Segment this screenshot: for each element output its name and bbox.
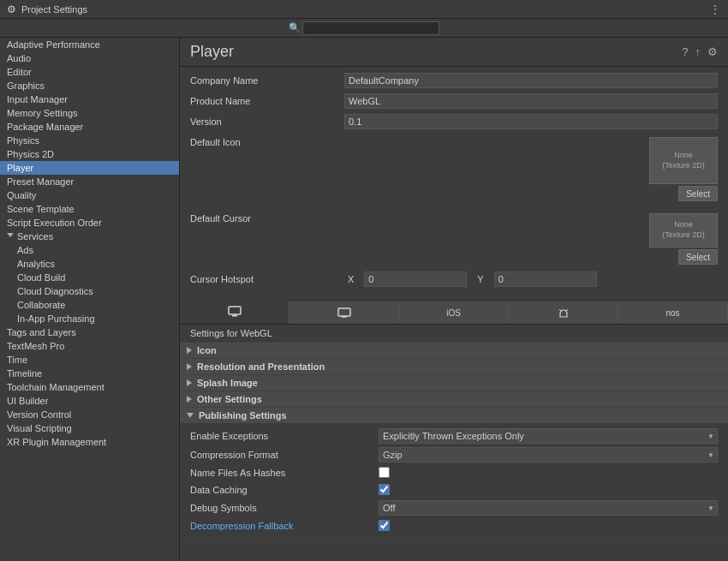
resolution-section-header[interactable]: Resolution and Presentation [180, 359, 728, 374]
default-icon-row: Default Icon None(Texture 2D) Select [190, 134, 718, 205]
sidebar-item-cloud-diagnostics[interactable]: Cloud Diagnostics [0, 284, 179, 298]
default-cursor-texture: None(Texture 2D) [649, 213, 718, 248]
resolution-section: Resolution and Presentation [180, 359, 728, 375]
sidebar-item-label: Toolchain Management [7, 382, 104, 392]
title-bar-menu[interactable]: ⋮ [709, 3, 721, 16]
sidebar-item-label: Cloud Build [17, 272, 65, 283]
tab-ios[interactable]: iOS [399, 301, 509, 324]
sidebar-item-label: Input Manager [7, 94, 68, 104]
sidebar-item-time[interactable]: Time [0, 353, 179, 367]
enable-exceptions-select[interactable]: Explicitly Thrown Exceptions Only None A… [379, 428, 718, 444]
sidebar-item-label: Cloud Diagnostics [17, 286, 93, 296]
default-cursor-label: Default Cursor [190, 213, 344, 224]
sidebar-item-label: Visual Scripting [7, 423, 72, 433]
default-icon-select-button[interactable]: Select [678, 186, 718, 201]
product-name-input[interactable] [344, 93, 718, 109]
tab-android[interactable] [509, 301, 618, 324]
enable-exceptions-label: Enable Exceptions [190, 431, 379, 441]
android-icon [557, 306, 570, 319]
icon-section-header[interactable]: Icon [180, 343, 728, 358]
sidebar-item-label: Preset Manager [7, 176, 74, 187]
title-bar: ⚙ Project Settings ⋮ [0, 0, 728, 19]
publishing-section-header[interactable]: Publishing Settings [180, 408, 728, 423]
sidebar-item-graphics[interactable]: Graphics [0, 79, 179, 93]
sidebar-item-quality[interactable]: Quality [0, 188, 179, 202]
cursor-hotspot-label: Cursor Hotspot [190, 274, 344, 284]
sidebar-item-label: Physics [7, 135, 39, 146]
data-caching-label: Data Caching [190, 485, 379, 495]
sidebar-item-cloud-build[interactable]: Cloud Build [0, 271, 179, 284]
sidebar: Adaptive Performance Audio Editor Graphi… [0, 38, 180, 561]
name-files-as-hashes-checkbox[interactable] [379, 467, 390, 478]
sidebar-item-ui-builder[interactable]: UI Builder [0, 394, 179, 408]
default-cursor-select-button[interactable]: Select [678, 249, 718, 265]
resolution-section-expand-icon [187, 363, 192, 370]
sidebar-item-version-control[interactable]: Version Control [0, 408, 179, 421]
decompression-fallback-checkbox[interactable] [379, 520, 390, 531]
compression-format-dropdown-wrapper: Gzip Brotli Disabled [379, 447, 718, 463]
svg-line-6 [565, 309, 568, 312]
search-input[interactable] [302, 21, 439, 35]
sidebar-item-toolchain-management[interactable]: Toolchain Management [0, 380, 179, 394]
upload-icon[interactable]: ↑ [695, 45, 701, 58]
compression-format-row: Compression Format Gzip Brotli Disabled [180, 445, 728, 464]
player-header: Player ? ↑ ⚙ [180, 38, 728, 67]
sidebar-item-label: Timeline [7, 368, 42, 379]
sidebar-item-tags-and-layers[interactable]: Tags and Layers [0, 325, 179, 339]
sidebar-category-services[interactable]: Services [0, 230, 179, 243]
sidebar-item-label: Time [7, 355, 27, 365]
sidebar-item-adaptive-performance[interactable]: Adaptive Performance [0, 38, 179, 51]
splash-section-expand-icon [187, 379, 192, 386]
decompression-fallback-link[interactable]: Decompression Fallback [190, 521, 293, 531]
sidebar-item-timeline[interactable]: Timeline [0, 367, 179, 380]
sidebar-item-memory-settings[interactable]: Memory Settings [0, 106, 179, 120]
data-caching-value [379, 484, 718, 497]
debug-symbols-select[interactable]: Off On [379, 500, 718, 516]
sidebar-item-audio[interactable]: Audio [0, 51, 179, 65]
settings-icon[interactable]: ⚙ [707, 45, 718, 58]
sidebar-item-ads[interactable]: Ads [0, 243, 179, 257]
sidebar-item-label: Graphics [7, 81, 45, 91]
svg-rect-3 [338, 308, 350, 316]
product-name-label: Product Name [190, 96, 344, 106]
sidebar-item-analytics[interactable]: Analytics [0, 257, 179, 271]
sidebar-item-visual-scripting[interactable]: Visual Scripting [0, 421, 179, 435]
tv-icon [337, 306, 351, 319]
sidebar-item-label: Services [17, 231, 53, 242]
sidebar-item-preset-manager[interactable]: Preset Manager [0, 175, 179, 188]
sidebar-item-player[interactable]: Player [0, 161, 179, 175]
sidebar-item-xr-plugin-management[interactable]: XR Plugin Management [0, 435, 179, 449]
sidebar-item-input-manager[interactable]: Input Manager [0, 93, 179, 106]
publishing-expand-icon [187, 413, 194, 418]
cursor-hotspot-y-input[interactable] [494, 272, 597, 287]
sidebar-item-textmesh-pro[interactable]: TextMesh Pro [0, 339, 179, 353]
services-expand-icon [7, 233, 14, 241]
sidebar-item-physics[interactable]: Physics [0, 134, 179, 147]
sidebar-item-label: Version Control [7, 409, 71, 420]
sidebar-item-physics-2d[interactable]: Physics 2D [0, 147, 179, 161]
debug-symbols-row: Debug Symbols Off On [180, 498, 728, 517]
sidebar-item-label: Adaptive Performance [7, 39, 100, 50]
product-name-row: Product Name [190, 93, 718, 110]
sidebar-item-label: Player [7, 163, 33, 173]
ios-label: iOS [446, 308, 461, 318]
sidebar-item-collaborate[interactable]: Collaborate [0, 298, 179, 312]
compression-format-select[interactable]: Gzip Brotli Disabled [379, 447, 718, 463]
data-caching-row: Data Caching [180, 481, 728, 498]
sidebar-item-in-app-purchasing[interactable]: In-App Purchasing [0, 312, 179, 325]
data-caching-checkbox[interactable] [379, 484, 390, 495]
tab-nos[interactable]: nos [618, 301, 728, 324]
company-fields: Company Name Product Name Version Defaul… [180, 67, 728, 298]
version-input[interactable] [344, 114, 718, 129]
tab-desktop[interactable] [180, 301, 289, 324]
other-settings-section-header[interactable]: Other Settings [180, 391, 728, 407]
tab-tv[interactable] [289, 301, 399, 324]
sidebar-item-script-execution-order[interactable]: Script Execution Order [0, 216, 179, 230]
company-name-input[interactable] [344, 73, 718, 88]
splash-section-header[interactable]: Splash Image [180, 375, 728, 391]
sidebar-item-package-manager[interactable]: Package Manager [0, 120, 179, 134]
help-icon[interactable]: ? [682, 45, 688, 58]
sidebar-item-editor[interactable]: Editor [0, 65, 179, 79]
cursor-hotspot-x-input[interactable] [364, 272, 467, 287]
sidebar-item-scene-template[interactable]: Scene Template [0, 202, 179, 216]
